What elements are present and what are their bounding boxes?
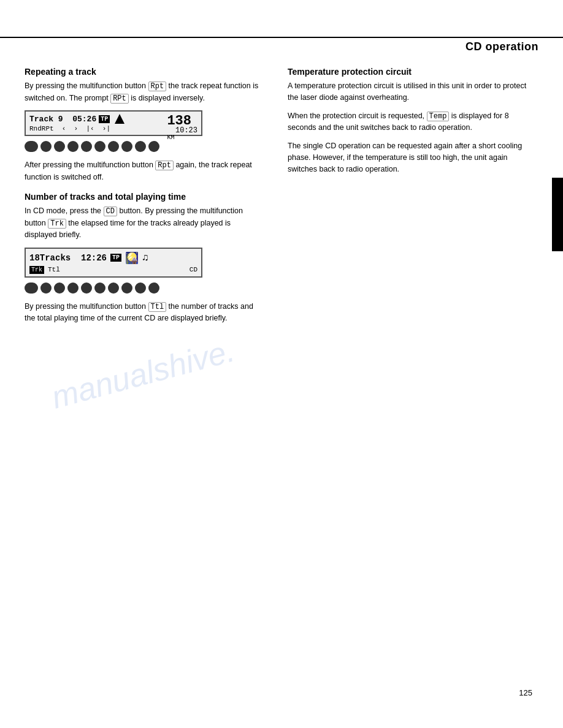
btn-dot-r2-8 [121,282,132,294]
btn-dot-10 [148,141,159,152]
lcd2-row2: Trk Ttl CD [29,266,197,274]
lcd-row1: Track 9 05:26 TP 138KM [29,114,197,124]
cd-label: CD [190,266,197,273]
lcd-arrow-up-icon [115,114,124,124]
btn-dot-9 [135,141,146,152]
lcd-tp-badge: TP [99,115,110,123]
btn-dot-r2-10 [148,282,159,294]
btn-dot-r2-7 [108,282,119,294]
section-tracks-para2: By pressing the multifunction button Ttl… [25,301,263,325]
section-temp-para3: The single CD operation can be requested… [288,140,538,176]
btn-dots-row-1 [25,141,263,152]
lcd2-tracks-info: 18Tracks 12:26 [29,253,107,263]
cd-button-inline: CD [104,207,117,216]
page-container: CD operation Repeating a track By pressi… [0,0,563,728]
btn-dot-6 [94,141,105,152]
btn-dot-7 [108,141,119,152]
section-temp-title: Temperature protection circuit [288,67,538,77]
btn-dot-r2-9 [135,282,146,294]
rpt-display-inline: RPt [110,94,129,104]
btn-dot-8 [121,141,132,152]
page-number: 125 [519,688,532,697]
btn-dot-r2-2 [40,282,52,294]
lcd-display-2: 18Tracks 12:26 TP 🎑 ♫ Trk Ttl CD [25,248,202,278]
left-column: Repeating a track By pressing the multif… [25,67,282,331]
section-tracks-title: Number of tracks and total playing time [25,192,263,202]
ttl-button-inline: Ttl [148,302,167,312]
btn-dot-5 [81,141,92,152]
btn-dot-r2-6 [94,282,105,294]
btn-dot-r2-4 [67,282,79,294]
section-tracks-para1: In CD mode, press the CD button. By pres… [25,205,263,241]
lcd2-row1: 18Tracks 12:26 TP 🎑 ♫ [29,251,197,265]
btn-dot-minus-2 [25,282,38,294]
right-column: Temperature protection circuit A tempera… [282,67,538,331]
btn-dot-2 [40,141,52,152]
section-repeating-para2: After pressing the multifunction button … [25,159,263,183]
btn-dot-r2-3 [54,282,65,294]
trk-button-inline: Trk [48,219,66,229]
right-tab [552,178,563,251]
section-repeating-para1: By pressing the multifunction button Rpt… [25,80,263,104]
btn-dot-minus-1 [25,141,38,152]
btn-dot-r2-5 [81,282,92,294]
lcd-track-info: Track 9 05:26 [29,115,96,124]
music-note-icon: ♫ [142,252,148,264]
rpt-button-inline: Rpt [148,82,167,91]
btn-dot-3 [54,141,65,152]
ttl-label: Ttl [48,266,60,273]
section-temp-para2: When the protection circuit is requested… [288,110,538,134]
content-area: Repeating a track By pressing the multif… [0,67,563,331]
page-title: CD operation [465,40,538,53]
section-temp-para1: A temperature protection circuit is util… [288,80,538,104]
btn-dot-4 [67,141,79,152]
trk-active-label: Trk [29,266,44,274]
music-disc-icon: 🎑 [125,251,139,265]
lcd-rnd-rpt: RndRPt ‹ › |‹ ›| [29,125,110,132]
btn-dots-row-2 [25,282,263,294]
lcd-time: 10:23 [175,126,197,135]
rpt-button-inline-2: Rpt [155,161,174,170]
watermark: manualshive. [47,332,238,415]
lcd2-tp-badge: TP [110,254,121,262]
lcd-km: KM [167,134,174,141]
header-bar: CD operation [0,37,563,56]
temp-code-inline: Temp [427,112,450,121]
lcd-display-1: Track 9 05:26 TP 138KM RndRPt ‹ › |‹ ›| … [25,110,202,136]
section-repeating-title: Repeating a track [25,67,263,77]
